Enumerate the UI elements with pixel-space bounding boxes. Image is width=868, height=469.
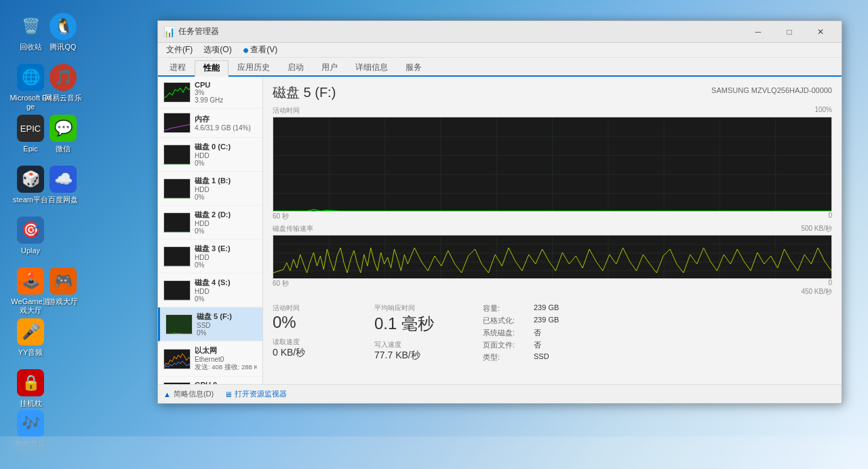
sidebar-item-memory[interactable]: 内存 4.6/31.9 GB (14%) <box>158 109 262 138</box>
desktop-icon-uplay[interactable]: 🎯 Uplay <box>7 214 54 258</box>
tab-performance[interactable]: 性能 <box>195 60 229 77</box>
desktop: 🗑️ 回收站 🐧 腾讯QQ 🌐 Microsoft Edge 🎵 网易云音乐 E… <box>0 0 868 469</box>
chart1-bottom-right: 0 <box>828 212 832 221</box>
cpu-thumb <box>163 82 191 102</box>
stats-section: 活动时间 0% 读取速度 0 KB/秒 平均响应时间 0.1 毫秒 <box>273 303 832 362</box>
disk0-label: 磁盘 0 (C:) <box>195 142 257 152</box>
disk3-thumb <box>163 246 191 267</box>
window-controls: ─ □ ✕ <box>743 21 836 43</box>
window-title: 任务管理器 <box>178 26 743 37</box>
sidebar: CPU 3% 3.99 GHz 内存 4.6/3 <box>158 77 263 384</box>
panel-header: 磁盘 5 (F:) SAMSUNG MZVLQ256HAJD-00000 <box>273 83 832 102</box>
svg-rect-1 <box>164 113 191 133</box>
sidebar-item-disk1[interactable]: 磁盘 1 (B:) HDD 0% <box>158 172 262 206</box>
tab-startup[interactable]: 启动 <box>279 59 313 75</box>
menu-bar: 文件(F) 选项(O) ● 查看(V) <box>158 43 842 58</box>
sidebar-item-gpu0[interactable]: GPU 0 NVIDIA GeForce... 11% (37 °C) <box>158 377 262 384</box>
panel-title: 磁盘 5 (F:) <box>273 83 336 102</box>
summary-label: 简略信息(D) <box>174 389 214 399</box>
desktop-icon-wechat[interactable]: 💬 微信 <box>39 112 87 156</box>
chart2-label-left: 磁盘传输速率 <box>273 224 313 233</box>
menu-file[interactable]: 文件(F) <box>161 43 198 57</box>
sidebar-item-disk5[interactable]: 磁盘 5 (F:) SSD 0% <box>158 307 262 341</box>
svg-rect-4 <box>164 213 191 233</box>
capacity-value: 239 GB <box>534 303 559 314</box>
sidebar-item-ethernet[interactable]: 以太网 Ethernet0 发送: 408 接收: 288 K <box>158 341 262 377</box>
chart2-bottom-left: 60 秒 <box>273 279 289 288</box>
system-disk-value: 否 <box>534 328 541 338</box>
chart1-bottom-left: 60 秒 <box>273 212 289 221</box>
tab-services[interactable]: 服务 <box>397 59 431 75</box>
summary-button[interactable]: ▲ 简略信息(D) <box>163 389 214 399</box>
disk4-thumb <box>163 280 191 301</box>
write-speed-label: 写入速度 <box>374 340 462 350</box>
avg-response-label: 平均响应时间 <box>374 303 462 313</box>
title-bar: 📊 任务管理器 ─ □ ✕ <box>158 21 842 43</box>
formatted-value: 239 GB <box>534 316 559 326</box>
tab-bar: 进程 性能 应用历史 启动 用户 详细信息 服务 <box>158 58 842 77</box>
cpu-freq: 3.99 GHz <box>195 96 257 104</box>
sidebar-item-cpu[interactable]: CPU 3% 3.99 GHz <box>158 77 262 109</box>
sidebar-item-disk2[interactable]: 磁盘 2 (D:) HDD 0% <box>158 206 262 240</box>
panel-model: SAMSUNG MZVLQ256HAJD-00000 <box>711 83 832 94</box>
desktop-icon-yy[interactable]: 🎤 YY音频 <box>7 316 54 360</box>
formatted-label: 已格式化: <box>483 316 527 326</box>
desktop-icon-antivirus[interactable]: 🔒 挂机枕 <box>7 367 54 411</box>
right-panel: 磁盘 5 (F:) SAMSUNG MZVLQ256HAJD-00000 活动时… <box>263 77 842 384</box>
svg-rect-3 <box>164 179 191 199</box>
desktop-icon-baidu[interactable]: ☁️ 百度网盘 <box>39 163 87 207</box>
tab-users[interactable]: 用户 <box>313 59 347 75</box>
taskbar <box>0 436 868 469</box>
resource-monitor-icon: 🖥 <box>224 390 232 398</box>
read-speed-label: 读取速度 <box>273 337 354 347</box>
desktop-icon-qq[interactable]: 🐧 腾讯QQ <box>39 10 87 54</box>
tab-details[interactable]: 详细信息 <box>347 59 397 75</box>
cpu-label: CPU <box>195 81 257 89</box>
resource-monitor-button[interactable]: 🖥 打开资源监视器 <box>224 389 287 399</box>
svg-rect-2 <box>164 145 191 165</box>
desktop-icon-wegame2[interactable]: 🎮 游戏大厅 <box>39 265 87 309</box>
activity-chart <box>273 117 832 212</box>
close-button[interactable]: ✕ <box>805 21 836 43</box>
activity-chart-container: 活动时间 100% <box>273 106 832 221</box>
desktop-icon-label: 腾讯QQ <box>50 43 76 52</box>
disk0-thumb <box>163 145 191 165</box>
chart1-labels: 活动时间 100% <box>273 106 832 115</box>
disk5-thumb <box>165 314 193 335</box>
page-file-label: 页面文件: <box>483 340 527 350</box>
disk1-thumb <box>163 179 191 199</box>
type-value: SSD <box>534 352 549 362</box>
gpu0-thumb <box>163 382 191 384</box>
minimize-button[interactable]: ─ <box>743 21 774 43</box>
sidebar-item-disk3[interactable]: 磁盘 3 (E:) HDD 0% <box>158 240 262 274</box>
sidebar-item-disk0[interactable]: 磁盘 0 (C:) HDD 0% <box>158 138 262 172</box>
menu-view[interactable]: ● 查看(V) <box>237 43 283 57</box>
svg-rect-5 <box>164 247 191 267</box>
transfer-chart-container: 磁盘传输速率 500 KB/秒 <box>273 224 832 297</box>
memory-label: 内存 <box>195 114 257 124</box>
transfer-chart <box>273 235 832 279</box>
svg-rect-8 <box>164 350 191 369</box>
svg-rect-0 <box>164 83 191 102</box>
memory-thumb <box>163 113 191 133</box>
desktop-icon-netease[interactable]: 🎵 网易云音乐 <box>39 61 87 105</box>
svg-rect-7 <box>166 315 193 335</box>
chart2-labels: 磁盘传输速率 500 KB/秒 <box>273 224 832 233</box>
chart2-label-right2: 450 KB/秒 <box>801 288 832 295</box>
system-disk-label: 系统磁盘: <box>483 328 527 338</box>
task-manager-window: 📊 任务管理器 ─ □ ✕ 文件(F) 选项(O) ● 查看(V) 进程 性能 … <box>157 20 842 404</box>
tab-app-history[interactable]: 应用历史 <box>229 59 279 75</box>
maximize-button[interactable]: □ <box>774 21 805 43</box>
svg-rect-9 <box>164 383 191 384</box>
bottom-bar: ▲ 简略信息(D) 🖥 打开资源监视器 <box>158 384 842 403</box>
chart1-label-right: 100% <box>814 106 832 115</box>
tab-process[interactable]: 进程 <box>161 59 195 75</box>
page-file-value: 否 <box>534 340 541 350</box>
menu-options[interactable]: 选项(O) <box>198 43 237 57</box>
chart1-label-left: 活动时间 <box>273 106 300 115</box>
memory-usage: 4.6/31.9 GB (14%) <box>195 124 257 132</box>
cpu-usage: 3% <box>195 89 257 96</box>
sidebar-item-disk4[interactable]: 磁盘 4 (S:) HDD 0% <box>158 274 262 307</box>
capacity-label: 容量: <box>483 303 527 314</box>
chart2-label-right: 500 KB/秒 <box>801 224 832 233</box>
